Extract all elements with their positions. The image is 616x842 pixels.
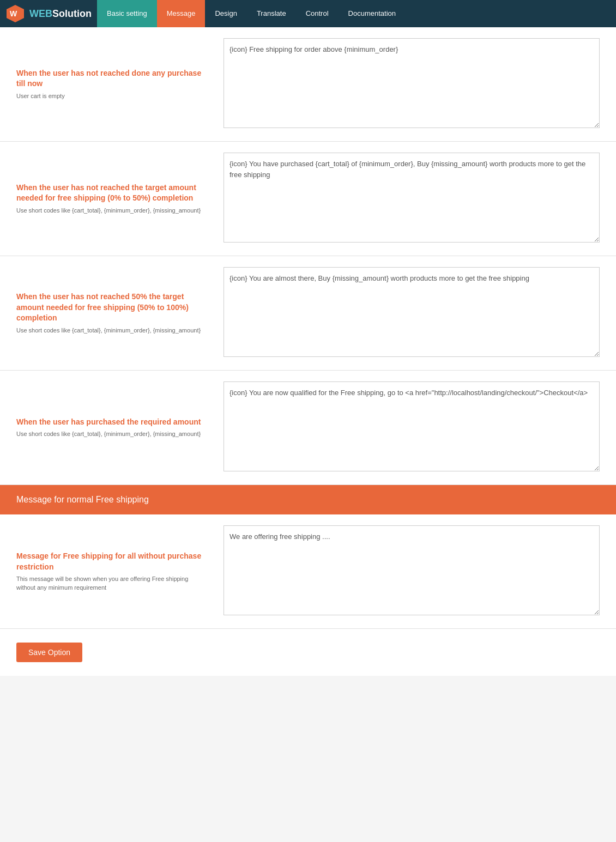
nav-control[interactable]: Control <box>296 0 339 27</box>
nav-translate[interactable]: Translate <box>247 0 296 27</box>
logo-text: WEBSolution <box>29 8 92 20</box>
qualified-textarea-wrap <box>224 381 600 474</box>
nav-design[interactable]: Design <box>205 0 246 27</box>
high-completion-section: When the user has not reached 50% the ta… <box>0 256 616 371</box>
empty-cart-textarea-wrap <box>224 38 600 130</box>
low-completion-title: When the user has not reached the target… <box>16 183 207 204</box>
logo: W WEBSolution <box>5 4 92 23</box>
empty-cart-section: When the user has not reached done any p… <box>0 27 616 142</box>
header: W WEBSolution Basic setting Message Desi… <box>0 0 616 27</box>
qualified-title: When the user has purchased the required… <box>16 417 207 428</box>
free-shipping-all-textarea-wrap <box>224 525 600 617</box>
empty-cart-label: When the user has not reached done any p… <box>16 38 224 130</box>
empty-cart-textarea[interactable] <box>224 38 600 128</box>
free-shipping-all-section: Message for Free shipping for all withou… <box>0 514 616 629</box>
qualified-section: When the user has purchased the required… <box>0 371 616 485</box>
high-completion-label: When the user has not reached 50% the ta… <box>16 267 224 359</box>
save-area: Save Option <box>0 629 616 676</box>
high-completion-textarea-wrap <box>224 267 600 359</box>
free-shipping-all-sub: This message will be shown when you are … <box>16 575 207 592</box>
high-completion-title: When the user has not reached 50% the ta… <box>16 292 207 324</box>
qualified-label: When the user has purchased the required… <box>16 381 224 474</box>
nav-message[interactable]: Message <box>157 0 206 27</box>
low-completion-textarea[interactable] <box>224 153 600 243</box>
logo-icon: W <box>5 4 25 23</box>
free-shipping-banner: Message for normal Free shipping <box>0 485 616 514</box>
save-button[interactable]: Save Option <box>16 643 82 662</box>
svg-text:W: W <box>10 9 17 18</box>
empty-cart-sub: User cart is empty <box>16 92 207 100</box>
nav: Basic setting Message Design Translate C… <box>97 0 406 27</box>
free-shipping-banner-title: Message for normal Free shipping <box>16 495 600 505</box>
low-completion-sub: Use short codes like {cart_total}, {mini… <box>16 207 207 215</box>
low-completion-label: When the user has not reached the target… <box>16 153 224 245</box>
nav-basic-setting[interactable]: Basic setting <box>97 0 157 27</box>
qualified-textarea[interactable] <box>224 381 600 471</box>
qualified-sub: Use short codes like {cart_total}, {mini… <box>16 430 207 438</box>
free-shipping-all-label: Message for Free shipping for all withou… <box>16 525 224 617</box>
high-completion-textarea[interactable] <box>224 267 600 357</box>
main-content: When the user has not reached done any p… <box>0 27 616 676</box>
empty-cart-title: When the user has not reached done any p… <box>16 68 207 89</box>
low-completion-textarea-wrap <box>224 153 600 245</box>
high-completion-sub: Use short codes like {cart_total}, {mini… <box>16 326 207 335</box>
free-shipping-all-title: Message for Free shipping for all withou… <box>16 551 207 572</box>
low-completion-section: When the user has not reached the target… <box>0 142 616 256</box>
free-shipping-all-textarea[interactable] <box>224 525 600 615</box>
nav-documentation[interactable]: Documentation <box>339 0 406 27</box>
